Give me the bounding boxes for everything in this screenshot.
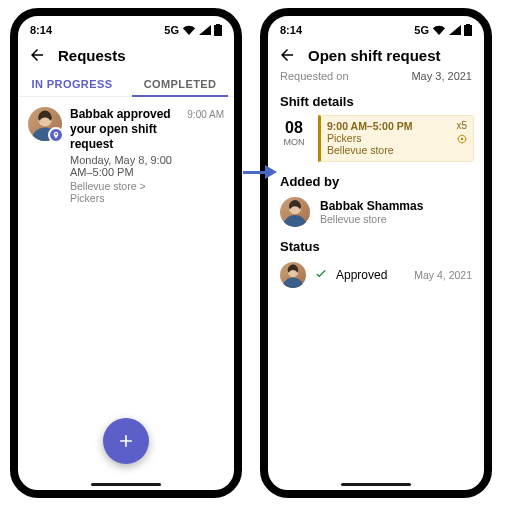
arrow-left-icon (28, 46, 46, 64)
added-by-row[interactable]: Babbak Shammas Bellevue store (268, 193, 484, 233)
request-item-breadcrumb: Bellevue store > Pickers (70, 180, 179, 204)
shift-store: Bellevue store (327, 144, 467, 156)
clock: 8:14 (280, 24, 302, 36)
page-title: Requests (58, 47, 126, 64)
svg-rect-1 (216, 24, 220, 25)
check-icon (314, 266, 328, 284)
arrow-left-icon (278, 46, 296, 64)
two-phone-stage: 8:14 5G Requests IN PROGRESS COMPLETED (0, 0, 520, 506)
status-heading: Status (268, 233, 484, 258)
shift-day-number: 08 (278, 119, 310, 137)
shift-card[interactable]: 08 MON 9:00 AM–5:00 PM Pickers Bellevue … (278, 115, 474, 162)
back-button[interactable] (28, 46, 46, 64)
back-button[interactable] (278, 46, 296, 64)
signal-icon (199, 25, 211, 35)
status-row: Approved May 4, 2021 (268, 258, 484, 292)
status-date: May 4, 2021 (414, 269, 472, 281)
shift-date: 08 MON (278, 115, 310, 162)
request-item-time: 9:00 AM (187, 107, 224, 120)
tabs: IN PROGRESS COMPLETED (18, 70, 234, 97)
status-indicators: 5G (164, 24, 222, 36)
added-by-text: Babbak Shammas Bellevue store (320, 199, 423, 225)
status-text: Approved (336, 268, 387, 282)
wifi-icon (432, 25, 446, 35)
request-item-subtitle: Monday, May 8, 9:00 AM–5:00 PM (70, 154, 179, 178)
status-bar: 8:14 5G (268, 16, 484, 38)
shift-details-heading: Shift details (268, 88, 484, 113)
tab-completed[interactable]: COMPLETED (126, 70, 234, 96)
clock: 8:14 (30, 24, 52, 36)
avatar-with-badge (28, 107, 62, 141)
app-bar: Requests (18, 38, 234, 70)
status-indicators: 5G (414, 24, 472, 36)
shift-group: Pickers (327, 132, 467, 144)
svg-rect-3 (464, 25, 472, 36)
svg-point-6 (461, 138, 464, 141)
shift-badge-icon (48, 127, 64, 143)
added-by-sub: Bellevue store (320, 213, 423, 225)
plus-icon (116, 431, 136, 451)
requested-on-value: May 3, 2021 (411, 70, 472, 82)
request-item-title: Babbak approved your open shift request (70, 107, 179, 152)
added-by-name: Babbak Shammas (320, 199, 423, 213)
location-icon (457, 134, 467, 146)
battery-icon (464, 24, 472, 36)
added-by-heading: Added by (268, 168, 484, 193)
shift-time: 9:00 AM–5:00 PM (327, 120, 467, 132)
network-label: 5G (164, 24, 179, 36)
shift-day-of-week: MON (278, 137, 310, 147)
battery-icon (214, 24, 222, 36)
svg-rect-4 (466, 24, 470, 25)
fab-new-request[interactable] (103, 418, 149, 464)
home-indicator (91, 483, 161, 486)
avatar (280, 262, 306, 288)
request-list-item[interactable]: Babbak approved your open shift request … (18, 97, 234, 210)
network-label: 5G (414, 24, 429, 36)
avatar (280, 197, 310, 227)
requested-on-label: Requested on (280, 70, 349, 82)
svg-rect-0 (214, 25, 222, 36)
phone-requests-list: 8:14 5G Requests IN PROGRESS COMPLETED (10, 8, 242, 498)
requested-on-row: Requested on May 3, 2021 (268, 70, 484, 88)
app-bar: Open shift request (268, 38, 484, 70)
wifi-icon (182, 25, 196, 35)
flow-arrow (243, 165, 277, 179)
shift-count: x5 (456, 120, 467, 131)
status-bar: 8:14 5G (18, 16, 234, 38)
request-item-body: Babbak approved your open shift request … (70, 107, 179, 204)
home-indicator (341, 483, 411, 486)
phone-request-detail: 8:14 5G Open shift request Requested on … (260, 8, 492, 498)
signal-icon (449, 25, 461, 35)
tab-in-progress[interactable]: IN PROGRESS (18, 70, 126, 96)
shift-body: 9:00 AM–5:00 PM Pickers Bellevue store x… (318, 115, 474, 162)
page-title: Open shift request (308, 47, 441, 64)
